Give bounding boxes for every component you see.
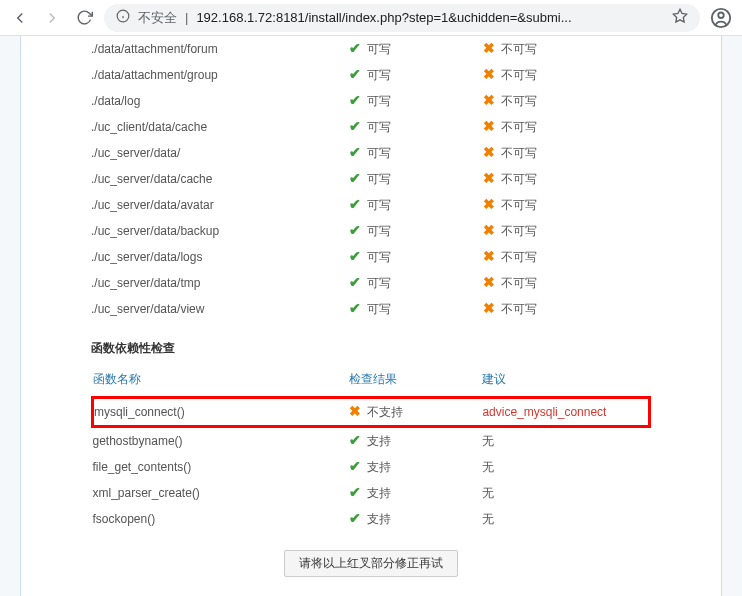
func-status: ✔支持 [349, 427, 483, 455]
check-icon: ✔ [349, 66, 367, 82]
check-icon: ✔ [349, 458, 367, 474]
bookmark-icon[interactable] [672, 8, 688, 27]
func-name: file_get_contents() [93, 454, 349, 480]
cross-icon: ✖ [483, 196, 501, 212]
func-name: gethostbyname() [93, 427, 349, 455]
profile-button[interactable] [708, 5, 734, 31]
table-header: 函数名称 检查结果 建议 [93, 367, 650, 398]
insecure-label: 不安全 [138, 9, 177, 27]
table-row: ./uc_server/data/cache✔可写✖不可写 [91, 166, 651, 192]
browser-toolbar: 不安全 | 192.168.1.72:8181/install/index.ph… [0, 0, 742, 36]
func-advice: 无 [482, 480, 649, 506]
table-row: mysqli_connect()✖不支持advice_mysqli_connec… [93, 398, 650, 427]
func-advice: 无 [482, 427, 649, 455]
header-name: 函数名称 [93, 367, 349, 398]
check-icon: ✔ [349, 144, 367, 160]
advice-link[interactable]: advice_mysqli_connect [482, 405, 606, 419]
dir-advice: ✖不可写 [483, 140, 651, 166]
dir-path: ./data/attachment/forum [91, 36, 349, 62]
retry-button[interactable]: 请将以上红叉部分修正再试 [284, 550, 458, 577]
check-icon: ✔ [349, 274, 367, 290]
table-row: file_get_contents()✔支持无 [93, 454, 650, 480]
check-icon: ✔ [349, 92, 367, 108]
dir-advice: ✖不可写 [483, 296, 651, 322]
cross-icon: ✖ [483, 92, 501, 108]
dir-path: ./uc_server/data/logs [91, 244, 349, 270]
check-icon: ✔ [349, 300, 367, 316]
dir-advice: ✖不可写 [483, 88, 651, 114]
cross-icon: ✖ [483, 40, 501, 56]
install-panel: ./data/attachment/forum✔可写✖不可写./data/att… [20, 36, 722, 596]
table-row: ./data/log✔可写✖不可写 [91, 88, 651, 114]
dir-status: ✔可写 [349, 218, 483, 244]
cross-icon: ✖ [483, 144, 501, 160]
footer-text: Copyright ©2001-2020, Tencent Cloud. [21, 577, 721, 596]
func-status: ✔支持 [349, 454, 483, 480]
dir-status: ✔可写 [349, 140, 483, 166]
dir-path: ./uc_server/data/tmp [91, 270, 349, 296]
dir-advice: ✖不可写 [483, 192, 651, 218]
table-row: ./uc_server/data/avatar✔可写✖不可写 [91, 192, 651, 218]
func-advice: 无 [482, 454, 649, 480]
dir-advice: ✖不可写 [483, 218, 651, 244]
svg-marker-3 [673, 9, 686, 22]
func-status: ✔支持 [349, 506, 483, 532]
check-icon: ✔ [349, 118, 367, 134]
directory-check-table: ./data/attachment/forum✔可写✖不可写./data/att… [91, 36, 651, 322]
cross-icon: ✖ [483, 300, 501, 316]
table-row: xml_parser_create()✔支持无 [93, 480, 650, 506]
dir-advice: ✖不可写 [483, 270, 651, 296]
forward-button[interactable] [40, 6, 64, 30]
dir-advice: ✖不可写 [483, 36, 651, 62]
svg-point-5 [718, 12, 724, 18]
dir-path: ./uc_server/data/view [91, 296, 349, 322]
cross-icon: ✖ [483, 170, 501, 186]
table-row: ./data/attachment/group✔可写✖不可写 [91, 62, 651, 88]
dir-path: ./data/log [91, 88, 349, 114]
dir-path: ./data/attachment/group [91, 62, 349, 88]
url-text: 192.168.1.72:8181/install/index.php?step… [196, 10, 664, 25]
cross-icon: ✖ [483, 248, 501, 264]
check-icon: ✔ [349, 510, 367, 526]
table-row: ./uc_server/data/logs✔可写✖不可写 [91, 244, 651, 270]
check-icon: ✔ [349, 248, 367, 264]
dir-path: ./uc_server/data/cache [91, 166, 349, 192]
page-body: ./data/attachment/forum✔可写✖不可写./data/att… [0, 36, 742, 596]
cross-icon: ✖ [483, 118, 501, 134]
cross-icon: ✖ [483, 222, 501, 238]
dir-advice: ✖不可写 [483, 244, 651, 270]
cross-icon: ✖ [483, 274, 501, 290]
check-icon: ✔ [349, 484, 367, 500]
function-check-title: 函数依赖性检查 [91, 322, 651, 367]
separator: | [185, 10, 188, 25]
dir-path: ./uc_client/data/cache [91, 114, 349, 140]
table-row: fsockopen()✔支持无 [93, 506, 650, 532]
table-row: ./uc_server/data/✔可写✖不可写 [91, 140, 651, 166]
table-row: ./uc_client/data/cache✔可写✖不可写 [91, 114, 651, 140]
address-bar[interactable]: 不安全 | 192.168.1.72:8181/install/index.ph… [104, 4, 700, 32]
func-status: ✔支持 [349, 480, 483, 506]
dir-status: ✔可写 [349, 244, 483, 270]
dir-advice: ✖不可写 [483, 114, 651, 140]
dir-status: ✔可写 [349, 270, 483, 296]
func-name: mysqli_connect() [93, 398, 349, 427]
dir-advice: ✖不可写 [483, 166, 651, 192]
header-check: 检查结果 [349, 367, 483, 398]
check-icon: ✔ [349, 170, 367, 186]
reload-button[interactable] [72, 6, 96, 30]
dir-status: ✔可写 [349, 114, 483, 140]
dir-path: ./uc_server/data/backup [91, 218, 349, 244]
back-button[interactable] [8, 6, 32, 30]
table-row: ./uc_server/data/backup✔可写✖不可写 [91, 218, 651, 244]
header-advice: 建议 [482, 367, 649, 398]
cross-icon: ✖ [349, 403, 367, 419]
check-icon: ✔ [349, 40, 367, 56]
table-row: ./uc_server/data/tmp✔可写✖不可写 [91, 270, 651, 296]
dir-status: ✔可写 [349, 166, 483, 192]
func-name: fsockopen() [93, 506, 349, 532]
table-row: ./uc_server/data/view✔可写✖不可写 [91, 296, 651, 322]
cross-icon: ✖ [483, 66, 501, 82]
func-advice: advice_mysqli_connect [482, 398, 649, 427]
func-status: ✖不支持 [349, 398, 483, 427]
dir-advice: ✖不可写 [483, 62, 651, 88]
